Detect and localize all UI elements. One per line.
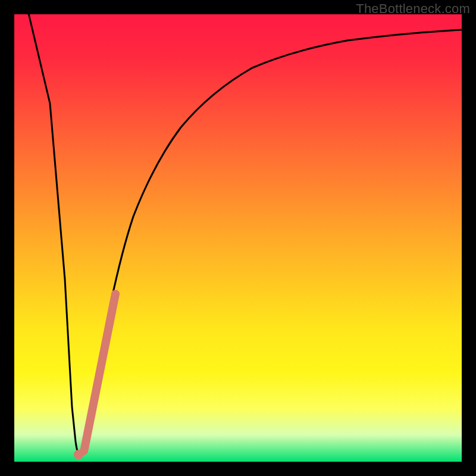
svg-line-0 [84,294,115,449]
svg-line-2 [79,451,84,455]
outer-frame: TheBottleneck.com [0,0,476,476]
chart-svg [14,14,462,462]
plot-area [14,14,462,462]
selected-range [74,294,115,459]
attribution-text: TheBottleneck.com [356,1,470,17]
